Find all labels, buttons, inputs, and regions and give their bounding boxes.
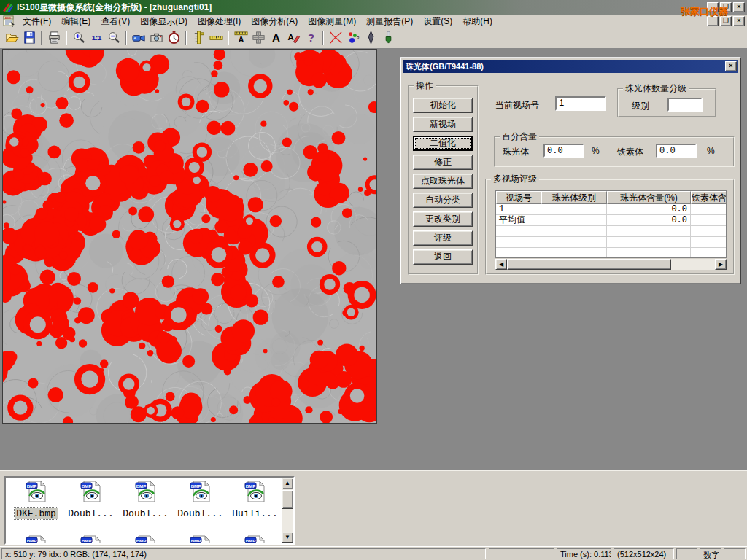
print-icon[interactable] xyxy=(45,29,63,46)
menu-item-9[interactable]: 设置(S) xyxy=(418,14,457,29)
mdi-close-button[interactable]: × xyxy=(733,16,745,26)
table-row[interactable] xyxy=(496,248,726,258)
actual-size-icon[interactable]: 1:1 xyxy=(88,29,105,46)
op-button-5[interactable]: 点取珠光体 xyxy=(413,174,473,189)
pen-icon[interactable] xyxy=(362,29,379,46)
document-icon[interactable]: DOC xyxy=(3,15,16,27)
table-cell xyxy=(541,248,607,258)
op-button-3[interactable]: 二值化 xyxy=(413,136,473,151)
file-item-partial[interactable]: BMP xyxy=(228,534,282,545)
status-blank-3 xyxy=(724,548,746,559)
menu-item-10[interactable]: 帮助(H) xyxy=(457,14,498,29)
curve-tool-icon[interactable] xyxy=(327,29,344,46)
video-camera-icon[interactable] xyxy=(130,29,147,46)
op-button-1[interactable]: 初始化 xyxy=(413,98,473,113)
menu-item-8[interactable]: 测量报告(P) xyxy=(361,14,418,29)
menu-item-7[interactable]: 图像测量(M) xyxy=(303,14,361,29)
status-position: x: 510 y: 79 idx: 0 RGB: (174, 174, 174) xyxy=(1,548,486,559)
vscroll-thumb[interactable] xyxy=(282,490,293,509)
menu-item-2[interactable]: 编辑(E) xyxy=(56,14,96,29)
table-cell xyxy=(691,237,727,248)
current-field-input[interactable] xyxy=(555,96,606,111)
zoom-in-icon[interactable] xyxy=(70,29,88,46)
op-button-2[interactable]: 新视场 xyxy=(413,117,473,132)
op-button-8[interactable]: 评级 xyxy=(413,230,473,246)
vendor-watermark: 张家口仪器 xyxy=(681,5,728,18)
dialog-title-bar[interactable]: 珠光体(GB/T9441-88) × xyxy=(403,60,738,73)
timer-icon[interactable] xyxy=(165,29,182,46)
brush-icon[interactable] xyxy=(379,29,397,46)
menu-item-6[interactable]: 图像分析(A) xyxy=(246,14,303,29)
toolbar-separator xyxy=(66,31,67,45)
table-row[interactable]: 10.0 xyxy=(496,204,726,215)
status-resolution: (512x512x24) xyxy=(614,548,674,559)
file-item-partial[interactable]: BMP xyxy=(63,534,118,545)
table-cell xyxy=(541,226,607,237)
percent-legend: 百分含量 xyxy=(500,131,539,143)
measure-text-icon[interactable]: A xyxy=(232,29,249,46)
menu-item-3[interactable]: 查看(V) xyxy=(96,14,135,29)
toolbar-separator xyxy=(228,31,229,45)
column-header-3[interactable]: 珠光体含量(%) xyxy=(607,191,691,204)
help-icon[interactable]: ? xyxy=(302,29,320,46)
table-cell xyxy=(691,204,727,215)
file-label: Doubl... xyxy=(118,506,173,519)
hscroll-right-arrow[interactable]: ▶ xyxy=(715,259,727,270)
pearlite-label: 珠光体 xyxy=(503,146,529,158)
file-item-partial[interactable]: BMP xyxy=(173,534,228,545)
column-header-1[interactable]: 视场号 xyxy=(496,191,541,204)
count-tool-icon[interactable]: 3 xyxy=(344,29,362,46)
file-item[interactable]: BMPHuiTi... xyxy=(228,480,282,519)
text-tool-icon[interactable]: A xyxy=(267,29,285,46)
bmp-file-icon: BMP xyxy=(118,534,173,545)
file-item-partial[interactable]: BMP xyxy=(118,534,173,545)
dialog-close-button[interactable]: × xyxy=(725,61,737,71)
table-hscrollbar[interactable]: ◀ ▶ xyxy=(495,259,727,270)
rating-table[interactable]: 视场号珠光体级别珠光体含量(%)铁素体含量(%)10.0平均值0.0 xyxy=(495,190,727,258)
vscroll-down-arrow[interactable]: ▼ xyxy=(282,532,293,543)
file-item[interactable]: BMPDoubl... xyxy=(118,480,173,519)
op-button-6[interactable]: 自动分类 xyxy=(413,192,473,208)
file-item[interactable]: BMPDKF.bmp xyxy=(9,480,63,519)
grade-label: 级别 xyxy=(632,100,649,112)
column-header-4[interactable]: 铁素体含量(%) xyxy=(691,191,727,204)
svg-text:BMP: BMP xyxy=(190,538,201,543)
ruler-icon[interactable] xyxy=(207,29,225,46)
caliper-icon[interactable] xyxy=(190,29,207,46)
vscroll-up-arrow[interactable]: ▲ xyxy=(282,478,293,489)
toolbar: 1:1AAA?3 xyxy=(0,28,747,47)
table-row[interactable]: 平均值0.0 xyxy=(496,215,726,226)
open-icon[interactable] xyxy=(3,29,20,46)
svg-text:A: A xyxy=(287,33,293,42)
annotate-icon[interactable]: A xyxy=(285,29,302,46)
op-button-9[interactable]: 返回 xyxy=(413,249,473,265)
app-icon xyxy=(2,1,14,13)
grade-input[interactable] xyxy=(667,98,703,112)
column-header-2[interactable]: 珠光体级别 xyxy=(541,191,607,204)
hscroll-thumb[interactable] xyxy=(507,259,671,270)
save-icon[interactable] xyxy=(20,29,38,46)
file-label: DKF.bmp xyxy=(9,506,63,519)
file-vscrollbar[interactable]: ▲ ▼ xyxy=(282,478,293,543)
menu-item-4[interactable]: 图像显示(D) xyxy=(135,14,193,29)
menu-item-1[interactable]: 文件(F) xyxy=(18,14,56,29)
file-item[interactable]: BMPDoubl... xyxy=(63,480,118,519)
bmp-file-icon: BMP xyxy=(118,480,173,506)
micrograph-image[interactable] xyxy=(2,49,377,424)
hscroll-left-arrow[interactable]: ◀ xyxy=(495,259,507,270)
op-button-7[interactable]: 更改类别 xyxy=(413,211,473,227)
table-row[interactable] xyxy=(496,237,726,248)
file-item[interactable]: BMPDoubl... xyxy=(173,480,228,519)
camera-icon[interactable] xyxy=(147,29,165,46)
ferrite-percent-input[interactable] xyxy=(656,144,697,158)
close-button[interactable]: × xyxy=(733,2,745,12)
menu-item-5[interactable]: 图像处理(I) xyxy=(193,14,246,29)
grid-icon[interactable] xyxy=(249,29,267,46)
file-item-partial[interactable]: BMP xyxy=(9,534,63,545)
table-cell xyxy=(691,215,727,226)
pearlite-percent-input[interactable] xyxy=(543,144,584,158)
op-button-4[interactable]: 修正 xyxy=(413,155,473,170)
zoom-out-icon[interactable] xyxy=(105,29,123,46)
bmp-file-icon: BMP xyxy=(63,534,118,545)
table-row[interactable] xyxy=(496,226,726,237)
